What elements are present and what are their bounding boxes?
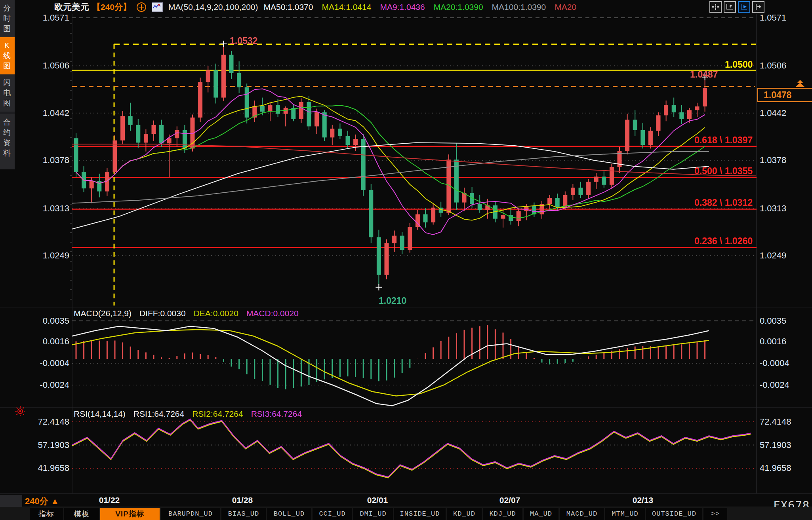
indicator-tab-14[interactable]: OUTSIDE_UD: [646, 508, 702, 520]
candle-body: [385, 243, 389, 275]
candle-body: [353, 139, 358, 145]
candle-body: [656, 115, 661, 131]
macd-diff-line: [72, 326, 709, 406]
rsi-axis-label-right: 57.1903: [760, 440, 791, 450]
indicator-marker-icon[interactable]: [14, 405, 26, 417]
mini-chart-icon[interactable]: [152, 2, 163, 12]
candle-body: [478, 204, 482, 210]
rsi3-value: RSI3:64.7264: [251, 409, 302, 419]
fib-level-label: 0.236 \ 1.0260: [650, 236, 753, 247]
date-label: 01/28: [232, 495, 253, 505]
timeframe-label[interactable]: 【240分】: [92, 2, 131, 13]
candle-body: [315, 112, 319, 126]
indicator-tab-2[interactable]: VIP指标: [100, 508, 160, 520]
ma14-line: [76, 96, 705, 220]
candle-body: [237, 73, 241, 87]
candle-body: [695, 106, 700, 110]
candle-body: [586, 182, 591, 195]
macd-axis-label-right: -0.0024: [760, 380, 789, 390]
price-axis-label-right: 1.0571: [760, 13, 786, 23]
swing-high-label: 1.0532: [230, 36, 257, 46]
ma50-line: [72, 142, 709, 229]
price-axis-label-right: 1.0313: [760, 203, 786, 214]
macd-macd-value: MACD:0.0020: [246, 309, 299, 318]
price-axis-label-left: 1.0378: [30, 155, 69, 165]
candle-body: [206, 70, 210, 82]
candle-body: [307, 102, 311, 127]
candle-body: [369, 190, 373, 237]
ma-value: MA50:1.0370: [264, 2, 313, 12]
rsi-axis-label-right: 41.9658: [760, 463, 791, 473]
sidebar-item-1[interactable]: K线图: [0, 37, 15, 74]
candle-body: [392, 236, 396, 243]
ma-values: MA50:1.0370MA14:1.0414MA9:1.0436MA20:1.0…: [264, 2, 577, 12]
sidebar-item-0[interactable]: 分时图: [0, 0, 15, 37]
candle-body: [423, 214, 428, 222]
candle-body: [563, 195, 567, 207]
candle-body: [547, 198, 552, 204]
macd-axis-label-left: -0.0004: [30, 358, 69, 368]
ma-settings-label: MA(50,14,9,20,100,200): [168, 2, 258, 12]
indicator-tab-3[interactable]: BARUPDN_UD: [161, 508, 220, 520]
candle-body: [633, 120, 637, 130]
add-indicator-icon[interactable]: [137, 2, 146, 12]
indicator-tab-6[interactable]: CCI_UD: [313, 508, 352, 520]
candle-body: [509, 215, 513, 221]
candle-body: [625, 120, 629, 151]
candle-body: [136, 125, 140, 143]
indicator-tab-8[interactable]: INSIDE_UD: [394, 508, 446, 520]
candle-body: [120, 116, 125, 140]
date-label: 02/07: [499, 495, 520, 505]
auto-scale-icon[interactable]: [738, 1, 750, 13]
period-indicator[interactable]: 240分 ▲: [25, 495, 59, 507]
rsi-title: RSI(14,14,14): [74, 409, 126, 419]
macd-title: MACD(26,12,9): [74, 309, 132, 318]
fixed-scale-icon[interactable]: [724, 1, 736, 13]
indicator-tab-4[interactable]: BIAS_UD: [221, 508, 266, 520]
indicator-tab-7[interactable]: DMI_UD: [353, 508, 393, 520]
candle-body: [664, 105, 668, 115]
price-axis-label-left: 1.0249: [30, 251, 69, 261]
swing-low-label: 1.0210: [379, 296, 406, 306]
ma-value: MA20:1.0390: [434, 2, 483, 12]
candle-body: [221, 55, 226, 97]
candle-body: [672, 105, 676, 112]
pan-right-icon[interactable]: [752, 1, 764, 13]
candle-body: [128, 116, 133, 125]
fib-level-label: 0.618 \ 1.0397: [650, 135, 753, 146]
indicator-tab-5[interactable]: BOLL_UD: [267, 508, 311, 520]
candle-body: [330, 129, 334, 137]
rsi-axis-label-right: 72.4148: [760, 417, 791, 427]
candle-body: [113, 140, 117, 172]
candle-body: [90, 181, 94, 188]
date-label: 01/22: [99, 495, 120, 505]
macd-header: MACD(26,12,9) DIFF:0.0030 DEA:0.0020 MAC…: [74, 309, 299, 318]
indicator-tab-9[interactable]: KD_UD: [447, 508, 482, 520]
indicator-tab-13[interactable]: MTM_UD: [605, 508, 645, 520]
sidebar-item-3[interactable]: 合约资料: [0, 114, 15, 161]
candle-body: [579, 188, 583, 195]
price-axis-label-right: 1.0506: [760, 61, 786, 71]
candle-body: [400, 236, 404, 250]
crosshair-tool-icon[interactable]: [709, 1, 722, 13]
indicator-tab-10[interactable]: KDJ_UD: [483, 508, 522, 520]
sidebar-item-2[interactable]: 闪电图: [0, 74, 15, 112]
current-price-tag: 1.0478: [757, 88, 812, 102]
resistance-label: 1.0500: [725, 59, 753, 70]
indicator-tab-1[interactable]: 模板: [64, 508, 99, 520]
ma-value: MA100:1.0390: [492, 2, 546, 12]
price-axis-label-left: 1.0506: [30, 61, 69, 71]
indicator-tab-12[interactable]: MACD_UD: [560, 508, 604, 520]
rsi1-value: RSI1:64.7264: [133, 409, 184, 419]
candle-body: [679, 112, 684, 119]
macd-axis-label-right: 0.0035: [760, 316, 786, 326]
tabs-overflow-button[interactable]: >>: [703, 508, 727, 520]
fib-level-label: 0.382 \ 1.0312: [650, 197, 753, 208]
macd-axis-label-right: -0.0004: [760, 358, 789, 368]
candle-body: [268, 105, 273, 112]
candle-body: [245, 87, 249, 118]
rsi-header: RSI(14,14,14) RSI1:64.7264 RSI2:64.7264 …: [74, 409, 302, 419]
indicator-tab-11[interactable]: MA_UD: [524, 508, 558, 520]
indicator-tab-0[interactable]: 指标: [30, 508, 63, 520]
price-alert-arrow-icon[interactable]: [791, 79, 809, 88]
